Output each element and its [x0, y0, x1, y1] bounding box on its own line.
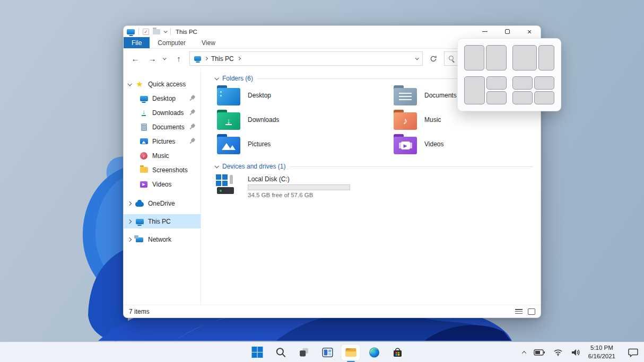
- forward-button[interactable]: →: [145, 49, 160, 68]
- sidebar-item-pictures[interactable]: Pictures: [124, 134, 201, 148]
- properties-checkbox-icon[interactable]: ✓: [143, 29, 149, 35]
- chevron-right-icon: [237, 57, 241, 60]
- snap-option-two-columns[interactable]: [464, 45, 507, 70]
- sidebar-item-label: Downloads: [152, 109, 184, 117]
- collapse-icon[interactable]: [214, 76, 219, 80]
- up-button[interactable]: ↑: [171, 49, 186, 68]
- search-icon: [449, 56, 455, 61]
- refresh-button[interactable]: [426, 51, 440, 66]
- store-button[interactable]: [388, 345, 407, 360]
- large-icons-view-button[interactable]: [528, 308, 535, 315]
- wifi-icon[interactable]: [553, 349, 563, 356]
- pin-icon: [187, 122, 197, 132]
- edge-button[interactable]: [365, 345, 384, 360]
- snap-option-two-columns-wide-left[interactable]: [512, 45, 555, 70]
- chevron-down-icon[interactable]: [127, 82, 132, 86]
- documents-folder-icon: [394, 85, 417, 105]
- section-divider: [290, 166, 533, 167]
- quick-access-toolbar: ✓ This PC: [127, 28, 197, 35]
- sidebar-item-label: Network: [148, 236, 171, 243]
- toolbar-dropdown-icon[interactable]: [164, 29, 168, 33]
- sidebar-item-quick-access[interactable]: ★ Quick access: [124, 77, 201, 91]
- address-bar[interactable]: This PC: [189, 51, 423, 66]
- chevron-down-icon: [162, 56, 166, 60]
- snap-option-quad-grid[interactable]: [512, 76, 555, 104]
- chevron-right-icon[interactable]: [127, 237, 132, 241]
- devices-section-header[interactable]: Devices and drives (1): [215, 162, 536, 171]
- sidebar-item-downloads[interactable]: ↓ Downloads: [124, 105, 201, 120]
- folder-tile-desktop[interactable]: Desktop: [217, 85, 394, 105]
- local-disk-icon: [216, 174, 241, 196]
- drive-free-space: 34.5 GB free of 57.6 GB: [248, 192, 350, 198]
- widgets-icon: [321, 347, 333, 358]
- sidebar-item-network[interactable]: Network: [124, 232, 201, 246]
- sidebar-item-onedrive[interactable]: OneDrive: [124, 196, 201, 210]
- tile-label: Pictures: [248, 140, 271, 148]
- sidebar-item-videos[interactable]: ▶ Videos: [124, 177, 201, 191]
- maximize-button[interactable]: [496, 26, 518, 37]
- folder-tile-pictures[interactable]: Pictures: [217, 134, 394, 154]
- down-arrow-glyph: ↓: [225, 117, 232, 126]
- new-folder-icon[interactable]: [153, 29, 160, 34]
- maximize-icon: [505, 29, 510, 34]
- notifications-icon[interactable]: [628, 348, 639, 357]
- downloads-icon: ↓: [140, 109, 148, 117]
- search-button[interactable]: [272, 345, 290, 360]
- recent-locations-dropdown[interactable]: [159, 49, 169, 68]
- back-button[interactable]: ←: [128, 49, 143, 68]
- tile-label: Videos: [424, 140, 443, 148]
- sidebar-item-label: Music: [152, 152, 169, 160]
- store-icon: [391, 347, 403, 358]
- documents-icon: [140, 123, 148, 131]
- task-view-button[interactable]: [295, 345, 314, 360]
- minimize-button[interactable]: [474, 26, 496, 37]
- downloads-folder-icon: ↓: [217, 110, 240, 130]
- folder-tile-videos[interactable]: ▶ Videos: [394, 134, 541, 154]
- sidebar-item-desktop[interactable]: Desktop: [124, 91, 201, 105]
- chevron-right-icon[interactable]: [127, 219, 132, 223]
- sidebar-item-documents[interactable]: Documents: [124, 120, 201, 134]
- pin-icon: [187, 94, 197, 103]
- disk-usage-bar: [248, 184, 350, 190]
- widgets-button[interactable]: [318, 345, 337, 360]
- drive-name: Local Disk (C:): [248, 175, 350, 183]
- chevron-right-icon: [204, 57, 208, 60]
- breadcrumb-this-pc[interactable]: This PC: [211, 55, 234, 63]
- sidebar-item-label: This PC: [148, 218, 171, 225]
- sidebar-item-this-pc[interactable]: This PC: [124, 214, 201, 228]
- file-explorer-button[interactable]: [342, 345, 360, 360]
- sidebar-item-label: Screenshots: [152, 166, 188, 174]
- close-button[interactable]: ×: [518, 26, 541, 37]
- tab-file[interactable]: File: [124, 37, 150, 48]
- folder-tile-downloads[interactable]: ↓ Downloads: [217, 110, 394, 130]
- sidebar-item-label: Quick access: [148, 81, 186, 88]
- drive-meta: Local Disk (C:) 34.5 GB free of 57.6 GB: [248, 174, 350, 198]
- sidebar-item-label: Pictures: [152, 138, 175, 145]
- search-icon: [275, 347, 286, 358]
- drive-tile-local-disk-c[interactable]: Local Disk (C:) 34.5 GB free of 57.6 GB: [216, 174, 536, 198]
- chevron-right-icon[interactable]: [127, 201, 132, 205]
- address-dropdown-icon[interactable]: [415, 56, 419, 60]
- windows-logo-icon: [216, 174, 228, 186]
- tab-computer[interactable]: Computer: [150, 37, 194, 48]
- edge-icon: [368, 347, 380, 358]
- hidden-icons-chevron[interactable]: [522, 351, 526, 355]
- items-count: 7 items: [129, 308, 150, 315]
- taskbar-clock[interactable]: 5:10 PM 6/16/2021: [588, 344, 615, 360]
- this-pc-icon: [194, 56, 201, 61]
- sidebar-item-music[interactable]: ♪ Music: [124, 148, 201, 163]
- battery-icon[interactable]: [534, 349, 545, 356]
- volume-icon[interactable]: [571, 348, 580, 357]
- details-view-button[interactable]: [515, 309, 523, 315]
- start-button[interactable]: [248, 345, 267, 360]
- task-view-icon: [299, 347, 310, 358]
- folder-tile-music[interactable]: ♪ Music: [394, 110, 541, 130]
- pictures-folder-icon: [217, 134, 240, 154]
- snap-option-left-half-right-stack[interactable]: [464, 76, 507, 104]
- tray-time: 5:10 PM: [588, 344, 615, 352]
- play-glyph: ▶: [401, 142, 410, 149]
- tile-label: Music: [424, 116, 441, 123]
- tab-view[interactable]: View: [194, 37, 223, 48]
- sidebar-item-screenshots[interactable]: Screenshots: [124, 163, 201, 177]
- collapse-icon[interactable]: [214, 164, 219, 168]
